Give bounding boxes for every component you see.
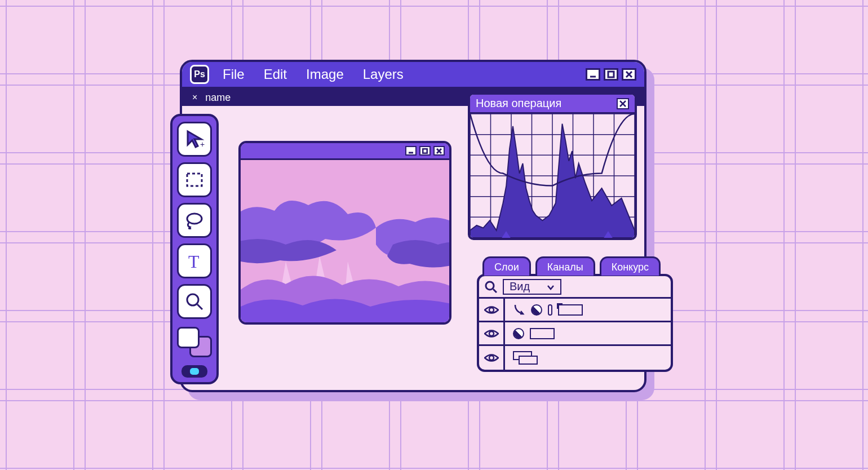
canvas-maximize-button[interactable] — [419, 146, 431, 156]
close-button[interactable] — [622, 68, 636, 81]
menu-file[interactable]: File — [223, 66, 245, 82]
curves-icon — [513, 304, 525, 316]
canvas-titlebar — [241, 143, 449, 160]
histogram-titlebar: Новая операция — [470, 95, 635, 114]
layer-content — [505, 328, 555, 339]
svg-point-39 — [489, 331, 494, 336]
menu-edit[interactable]: Edit — [264, 66, 287, 82]
visibility-toggle[interactable] — [479, 346, 505, 370]
layers-filter-row: Вид — [479, 276, 671, 299]
quickmask-toggle[interactable] — [181, 365, 207, 378]
svg-rect-11 — [423, 149, 427, 153]
layer-row[interactable] — [479, 322, 671, 346]
svg-rect-1 — [608, 72, 614, 77]
quickmask-icon — [190, 368, 199, 375]
menu-image[interactable]: Image — [306, 66, 344, 82]
layer-row[interactable] — [479, 299, 671, 322]
histogram-chart[interactable] — [470, 114, 635, 238]
tab-contest[interactable]: Конкурс — [600, 256, 661, 276]
canvas-close-button[interactable] — [433, 146, 445, 156]
tab-layers[interactable]: Слои — [482, 256, 531, 276]
svg-line-37 — [493, 289, 497, 292]
svg-text:+: + — [200, 140, 205, 149]
maximize-button[interactable] — [604, 68, 618, 81]
svg-point-8 — [187, 294, 198, 305]
layers-panel: Слои Каналы Конкурс Вид — [477, 255, 673, 372]
histogram-close-button[interactable] — [617, 98, 629, 109]
app-badge: Ps — [190, 65, 209, 84]
window-controls — [586, 68, 636, 81]
foreground-swatch[interactable] — [177, 327, 200, 348]
link-icon — [548, 304, 552, 316]
histogram-title: Новая операция — [476, 97, 561, 110]
view-label: Вид — [510, 280, 530, 293]
svg-line-9 — [197, 304, 202, 309]
adjustment-icon — [529, 301, 544, 317]
titlebar: Ps File Edit Image Layers — [182, 62, 644, 89]
svg-text:T: T — [188, 251, 200, 271]
layer-content — [505, 351, 538, 365]
marquee-tool[interactable] — [177, 162, 212, 197]
search-icon — [485, 281, 497, 293]
layer-thumbnail — [513, 351, 538, 365]
view-select[interactable]: Вид — [503, 279, 561, 295]
visibility-toggle[interactable] — [479, 299, 505, 321]
svg-rect-5 — [187, 174, 202, 186]
layer-row[interactable] — [479, 346, 671, 370]
canvas-minimize-button[interactable] — [405, 146, 417, 156]
svg-point-36 — [486, 282, 494, 290]
menu-layers[interactable]: Layers — [363, 66, 404, 82]
toolbar: + T — [170, 114, 219, 384]
panel-tabs: Слои Каналы Конкурс — [477, 255, 673, 274]
shadow-slider[interactable] — [501, 231, 511, 239]
color-swatches[interactable] — [177, 327, 212, 357]
lasso-tool[interactable] — [177, 203, 212, 238]
svg-point-40 — [489, 356, 494, 360]
document-tab-name[interactable]: name — [205, 92, 231, 104]
minimize-button[interactable] — [586, 68, 600, 81]
histogram-panel: Новая операция — [468, 92, 637, 240]
canvas-window — [238, 141, 451, 325]
layer-thumbnail — [558, 304, 583, 316]
layers-body: Вид — [477, 274, 673, 372]
visibility-toggle[interactable] — [479, 322, 505, 344]
tab-close-icon[interactable]: × — [192, 92, 197, 103]
chevron-down-icon — [547, 280, 555, 293]
canvas-image[interactable] — [241, 160, 449, 322]
text-tool[interactable]: T — [177, 243, 212, 278]
layer-content — [505, 304, 583, 316]
tab-channels[interactable]: Каналы — [535, 256, 595, 276]
svg-point-38 — [489, 308, 494, 312]
layer-thumbnail — [530, 328, 555, 339]
zoom-tool[interactable] — [177, 284, 212, 319]
move-tool[interactable]: + — [177, 122, 212, 157]
adjustment-icon — [511, 325, 526, 341]
svg-point-6 — [187, 214, 202, 224]
highlight-slider[interactable] — [603, 231, 613, 239]
